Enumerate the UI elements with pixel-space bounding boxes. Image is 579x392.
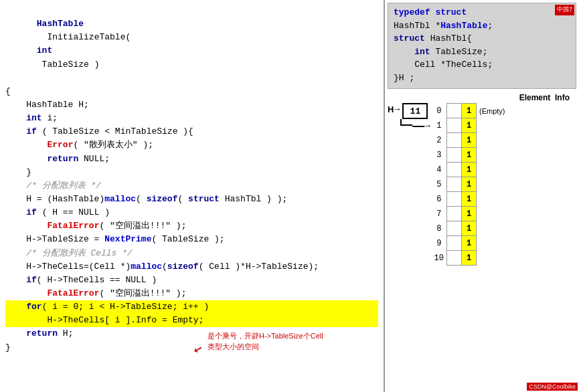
info-cell-10: 1 bbox=[462, 251, 477, 266]
info-cell-9: 1 bbox=[462, 236, 477, 251]
code-line-11: FatalError( "空间溢出!!!" ); bbox=[5, 219, 378, 233]
code-line-2: HashTable H; bbox=[5, 98, 378, 112]
connector: → bbox=[400, 119, 430, 130]
table-row: 0 1 (Empty) bbox=[432, 104, 508, 118]
h-row: H → 11 → 0 bbox=[388, 103, 576, 266]
annotation-arrow: ↙ bbox=[194, 339, 203, 357]
table-row: 2 1 bbox=[432, 133, 508, 148]
code-line-9: H = (HashTable)malloc( sizeof( struct Ha… bbox=[5, 193, 378, 206]
info-cell-8: 1 bbox=[462, 221, 477, 236]
code-line-18: H->TheCells[ i ].Info = Empty; bbox=[5, 314, 378, 327]
typedef-line4: int TableSize; bbox=[394, 47, 487, 57]
csdn-badge: CSDN@Coolbike bbox=[527, 383, 578, 391]
code-line-12: H->TableSize = NextPrime( TableSize ); bbox=[5, 233, 378, 246]
code-line-4: if ( TableSize < MinTableSize ){ bbox=[5, 125, 378, 138]
typedef-struct-name: HashTbl{ bbox=[430, 33, 472, 43]
code-line-8: /* 分配散列表 */ bbox=[5, 179, 378, 193]
code-line-16: FatalError( "空间溢出!!!" ); bbox=[5, 287, 378, 300]
table-row: 8 1 bbox=[432, 221, 508, 236]
el-cell-0 bbox=[447, 104, 462, 118]
empty-label-4 bbox=[477, 163, 508, 177]
el-cell-2 bbox=[447, 133, 462, 148]
code-line-15: if( H->TheCells == NULL ) bbox=[5, 274, 378, 287]
connector-arrow: → bbox=[424, 121, 430, 130]
info-cell-5: 1 bbox=[462, 177, 477, 192]
info-cell-1: 1 bbox=[462, 118, 477, 133]
idx-cell-5: 5 bbox=[432, 177, 447, 192]
code-line-3: int i; bbox=[5, 112, 378, 125]
el-cell-3 bbox=[447, 148, 462, 163]
empty-label-10 bbox=[477, 251, 508, 266]
code-line-6: return NULL; bbox=[5, 153, 378, 166]
idx-cell-10: 10 bbox=[432, 251, 447, 266]
code-line-17: for( i = 0; i < H->TableSize; i++ ) bbox=[5, 300, 378, 314]
table-row: 5 1 bbox=[432, 177, 508, 192]
code-line-5: Error( "散列表太小" ); bbox=[5, 138, 378, 152]
kw-int: int bbox=[37, 45, 52, 56]
typedef-title: typedef struct bbox=[394, 7, 467, 17]
idx-cell-0: 0 bbox=[432, 104, 447, 118]
code-line-1: { bbox=[5, 85, 378, 98]
empty-label-7 bbox=[477, 207, 508, 221]
idx-cell-4: 4 bbox=[432, 163, 447, 177]
table-row: 1 1 bbox=[432, 118, 508, 133]
table-area: Element Info H → 11 → bbox=[388, 93, 576, 266]
table-header-row: Element Info bbox=[388, 93, 572, 102]
connector-line2 bbox=[412, 126, 424, 127]
info-cell-4: 1 bbox=[462, 163, 477, 177]
fn-name: InitializeTable( bbox=[37, 32, 136, 42]
h-pointer-area: H → bbox=[388, 104, 400, 114]
data-table: 0 1 (Empty) 1 1 2 bbox=[432, 103, 508, 266]
idx-cell-3: 3 bbox=[432, 148, 447, 163]
watermark: 中国7 bbox=[555, 5, 574, 15]
code-line-7: } bbox=[5, 166, 378, 179]
kw-hashtable: HashTable bbox=[37, 19, 84, 29]
typedef-line6: }H ; bbox=[394, 73, 414, 83]
h-label-row: H → bbox=[388, 104, 400, 114]
param-tablesize: TableSize ) bbox=[37, 60, 100, 70]
h-label: H bbox=[388, 104, 394, 114]
el-cell-5 bbox=[447, 177, 462, 192]
empty-label-3 bbox=[477, 148, 508, 163]
typedef-line5: Cell *TheCells; bbox=[394, 60, 493, 70]
code-line-13: /* 分配散列表 Cells */ bbox=[5, 247, 378, 260]
table-row: 9 1 bbox=[432, 236, 508, 251]
right-panel: 中国7 typedef struct HashTbl *HashTable; s… bbox=[385, 0, 579, 392]
empty-label-8 bbox=[477, 221, 508, 236]
left-panel: HashTable InitializeTable( int TableSize… bbox=[0, 0, 385, 392]
idx-cell-1: 1 bbox=[432, 118, 447, 133]
idx-cell-6: 6 bbox=[432, 192, 447, 207]
element-header: Element bbox=[517, 93, 552, 102]
el-cell-1 bbox=[447, 118, 462, 133]
empty-label-9 bbox=[477, 236, 508, 251]
code-line-10: if ( H == NULL ) bbox=[5, 206, 378, 219]
table-row: 10 1 bbox=[432, 251, 508, 266]
empty-label-0: (Empty) bbox=[477, 104, 508, 118]
typedef-struct-kw: struct bbox=[394, 33, 425, 43]
info-cell-7: 1 bbox=[462, 207, 477, 221]
empty-label-2 bbox=[477, 133, 508, 148]
el-cell-8 bbox=[447, 221, 462, 236]
typedef-line2: HashTbl *HashTable; bbox=[394, 21, 493, 31]
annotation-text: 是个乘号，开辟H->TableSize个Cell类型大小的空间 bbox=[208, 331, 328, 352]
el-cell-7 bbox=[447, 207, 462, 221]
idx-cell-8: 8 bbox=[432, 221, 447, 236]
empty-label-5 bbox=[477, 177, 508, 192]
info-cell-6: 1 bbox=[462, 192, 477, 207]
typedef-box: 中国7 typedef struct HashTbl *HashTable; s… bbox=[388, 3, 576, 89]
connector-line bbox=[400, 119, 412, 126]
code-line-0: HashTable InitializeTable( int TableSize… bbox=[5, 4, 378, 85]
table-row: 3 1 bbox=[432, 148, 508, 163]
el-cell-6 bbox=[447, 192, 462, 207]
code-line-14: H->TheCells=(Cell *)malloc(sizeof( Cell … bbox=[5, 260, 378, 274]
code-block: HashTable InitializeTable( int TableSize… bbox=[5, 4, 378, 355]
el-cell-9 bbox=[447, 236, 462, 251]
empty-label-6 bbox=[477, 192, 508, 207]
empty-label-1 bbox=[477, 118, 508, 133]
h-box-area: 11 → bbox=[400, 103, 430, 130]
table-row: 4 1 bbox=[432, 163, 508, 177]
idx-cell-2: 2 bbox=[432, 133, 447, 148]
idx-cell-7: 7 bbox=[432, 207, 447, 221]
table-row: 7 1 bbox=[432, 207, 508, 221]
h-box: 11 bbox=[402, 103, 428, 119]
